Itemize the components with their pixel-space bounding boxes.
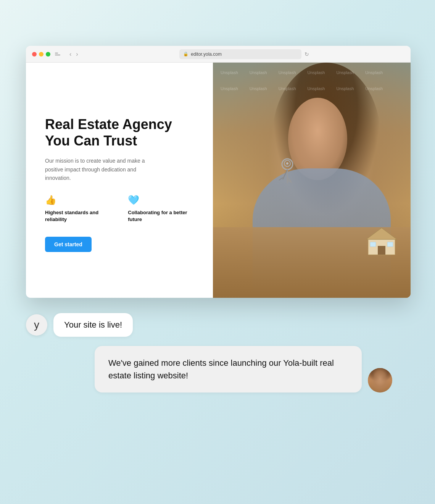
svg-rect-2 xyxy=(378,246,385,255)
browser-window: ‹ › 🔒 editor.yola.com ↻ Real Estate Agen… xyxy=(26,46,411,298)
feature-2: 🩵 Collaborating for a better future xyxy=(128,195,194,223)
traffic-lights xyxy=(32,52,50,57)
website-hero-image: Unsplash Unsplash Unsplash Unsplash Unsp… xyxy=(213,63,411,298)
user-avatar-face xyxy=(368,368,392,393)
website-content: Real Estate Agency You Can Trust Our mis… xyxy=(26,63,411,298)
minimize-button[interactable] xyxy=(39,52,44,57)
url-text: editor.yola.com xyxy=(191,52,222,57)
maximize-button[interactable] xyxy=(46,52,50,57)
close-button[interactable] xyxy=(32,52,37,57)
keys-element xyxy=(272,157,303,195)
features-row: 👍 Highest standards and reliability 🩵 Co… xyxy=(45,195,194,223)
chat-section: y Your site is live! We've gained more c… xyxy=(26,313,392,393)
thumbs-up-icon: 👍 xyxy=(45,195,113,205)
heart-icon: 🩵 xyxy=(128,195,194,205)
svg-line-11 xyxy=(283,170,287,179)
forward-button[interactable]: › xyxy=(74,50,79,58)
house-model xyxy=(362,225,401,255)
chat-message-received: y Your site is live! xyxy=(26,313,392,337)
feature-1-label: Highest standards and reliability xyxy=(45,209,113,223)
address-bar-wrapper: 🔒 editor.yola.com ↻ xyxy=(84,49,404,59)
back-button[interactable]: ‹ xyxy=(68,50,73,58)
chat-message-sent: We've gained more clients since launchin… xyxy=(26,346,392,393)
svg-rect-3 xyxy=(370,242,376,247)
website-left-panel: Real Estate Agency You Can Trust Our mis… xyxy=(26,63,213,298)
address-bar[interactable]: 🔒 editor.yola.com xyxy=(179,49,301,59)
hero-title: Real Estate Agency You Can Trust xyxy=(45,116,194,149)
sent-message-text: We've gained more clients since launchin… xyxy=(108,358,334,380)
reload-button[interactable]: ↻ xyxy=(304,49,309,59)
svg-point-10 xyxy=(286,162,288,165)
svg-line-12 xyxy=(279,178,283,180)
get-started-button[interactable]: Get started xyxy=(45,237,92,252)
feature-2-label: Collaborating for a better future xyxy=(128,209,194,223)
sidebar-toggle-button[interactable] xyxy=(55,51,63,57)
feature-1: 👍 Highest standards and reliability xyxy=(45,195,113,223)
svg-marker-1 xyxy=(366,228,397,239)
hero-subtitle: Our mission is to create value and make … xyxy=(45,157,152,182)
received-message-text: Your site is live! xyxy=(64,320,122,330)
lock-icon: 🔒 xyxy=(183,52,188,57)
user-avatar xyxy=(368,368,392,393)
nav-arrows: ‹ › xyxy=(68,50,80,58)
svg-rect-4 xyxy=(387,242,393,247)
svg-line-8 xyxy=(287,180,292,183)
yola-avatar: y xyxy=(26,314,47,336)
chat-bubble-received: Your site is live! xyxy=(53,313,133,337)
browser-toolbar: ‹ › 🔒 editor.yola.com ↻ xyxy=(26,46,411,63)
chat-bubble-sent: We've gained more clients since launchin… xyxy=(95,346,362,393)
